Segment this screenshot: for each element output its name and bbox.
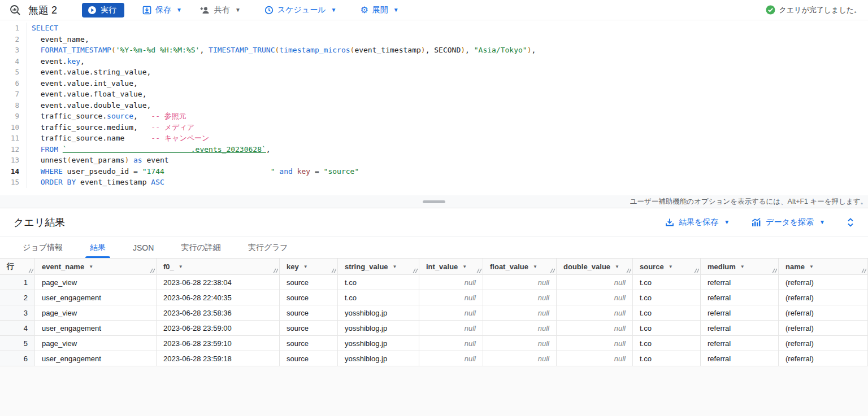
code-line[interactable]: 5 event.value.string_value, xyxy=(0,67,868,78)
code-line[interactable]: 10 traffic_source.medium, -- メディア xyxy=(0,122,868,133)
run-query-button[interactable]: 実行 xyxy=(82,3,124,17)
code-line[interactable]: 11 traffic_source.name -- キャンペーン xyxy=(0,133,868,144)
code-text: traffic_source.medium, -- メディア xyxy=(27,122,194,133)
code-text: traffic_source.source, -- 参照元 xyxy=(27,111,186,122)
column-menu-caret[interactable]: ▼ xyxy=(533,264,537,269)
play-icon xyxy=(88,6,97,15)
table-cell: t.co xyxy=(633,336,701,351)
table-cell: 2023-06-28 23:59:00 xyxy=(157,321,280,336)
table-cell: 2023-06-28 23:58:36 xyxy=(157,305,280,321)
share-button[interactable]: 共有 ▼ xyxy=(194,2,246,18)
table-cell: (referral) xyxy=(779,290,868,305)
query-tab-title: 無題 2 xyxy=(28,3,57,17)
table-cell: yosshiblog.jp xyxy=(338,305,419,321)
code-line[interactable]: 13 unnest(event_params) as event xyxy=(0,155,868,166)
column-menu-caret[interactable]: ▼ xyxy=(393,264,397,269)
save-dropdown-caret[interactable]: ▼ xyxy=(176,7,182,13)
code-line[interactable]: 2 event_name, xyxy=(0,34,868,45)
code-line[interactable]: 1SELECT xyxy=(0,23,868,34)
schedule-button[interactable]: スケジュール ▼ xyxy=(259,2,342,18)
column-menu-caret[interactable]: ▼ xyxy=(809,264,814,269)
code-lines: 1SELECT2 event_name,3 FORMAT_TIMESTAMP('… xyxy=(0,23,868,188)
code-text: event.value.float_value, xyxy=(27,89,147,100)
table-cell: user_engagement xyxy=(35,351,157,366)
column-header-source[interactable]: source▼ xyxy=(633,259,701,275)
line-number: 14 xyxy=(0,166,27,177)
table-cell: null xyxy=(419,275,483,290)
table-row: 3page_view2023-06-28 23:58:36sourceyossh… xyxy=(0,305,868,321)
column-header-string_value[interactable]: string_value▼ xyxy=(338,259,419,275)
table-cell: (referral) xyxy=(779,275,868,290)
code-text: ORDER BY event_timestamp ASC xyxy=(27,177,164,188)
column-menu-caret[interactable]: ▼ xyxy=(462,264,467,269)
table-header-row: 行event_name▼f0_▼key▼string_value▼int_val… xyxy=(0,259,868,275)
line-number: 7 xyxy=(0,89,27,100)
save-results-button[interactable]: 結果を保存 ▼ xyxy=(665,217,730,227)
column-header-float_value[interactable]: float_value▼ xyxy=(483,259,557,275)
row-number-cell: 5 xyxy=(0,336,35,351)
table-cell: null xyxy=(483,321,557,336)
save-results-caret[interactable]: ▼ xyxy=(724,220,730,225)
tab-結果[interactable]: 結果 xyxy=(76,237,119,258)
code-line[interactable]: 9 traffic_source.source, -- 参照元 xyxy=(0,111,868,122)
table-cell: t.co xyxy=(633,275,701,290)
code-text: event_name, xyxy=(27,34,89,45)
code-line[interactable]: 6 event.value.int_value, xyxy=(0,78,868,89)
table-cell: 2023-06-28 22:38:04 xyxy=(157,275,280,290)
table-cell: null xyxy=(419,351,483,366)
expand-dropdown-caret[interactable]: ▼ xyxy=(393,7,399,13)
code-line[interactable]: 15 ORDER BY event_timestamp ASC xyxy=(0,177,868,188)
code-line[interactable]: 4 event.key, xyxy=(0,56,868,67)
line-number: 2 xyxy=(0,34,27,45)
table-cell: (referral) xyxy=(779,351,868,366)
tab-ジョブ情報[interactable]: ジョブ情報 xyxy=(9,237,76,258)
tab-JSON[interactable]: JSON xyxy=(119,237,167,258)
line-number: 13 xyxy=(0,155,27,166)
column-header-double_value[interactable]: double_value▼ xyxy=(557,259,633,275)
splitter-drag-handle[interactable] xyxy=(423,200,445,203)
table-cell: t.co xyxy=(633,290,701,305)
column-header-event_name[interactable]: event_name▼ xyxy=(35,259,157,275)
column-menu-caret[interactable]: ▼ xyxy=(740,264,745,269)
table-cell: null xyxy=(419,336,483,351)
column-menu-caret[interactable]: ▼ xyxy=(179,264,183,269)
save-button[interactable]: 保存 ▼ xyxy=(137,2,188,18)
editor-results-splitter: ユーザー補助機能のオプションを表示するには、Alt+F1 キーを押します。 xyxy=(0,195,868,208)
column-header-row-number[interactable]: 行 xyxy=(0,259,35,275)
column-menu-caret[interactable]: ▼ xyxy=(615,264,619,269)
code-line[interactable]: 12 FROM ` .events_20230628`, xyxy=(0,144,868,155)
share-dropdown-caret[interactable]: ▼ xyxy=(235,7,241,13)
table-row: 4user_engagement2023-06-28 23:59:00sourc… xyxy=(0,321,868,336)
collapse-expand-panel-icon[interactable] xyxy=(847,217,854,227)
code-line[interactable]: 14 WHERE user_pseudo_id = "1744 " and ke… xyxy=(0,166,868,177)
tab-実行グラフ[interactable]: 実行グラフ xyxy=(235,237,302,258)
table-cell: yosshiblog.jp xyxy=(338,321,419,336)
table-cell: page_view xyxy=(35,336,157,351)
tab-実行の詳細[interactable]: 実行の詳細 xyxy=(167,237,234,258)
table-row: 2user_engagement2023-06-28 22:40:35sourc… xyxy=(0,290,868,305)
accessibility-hint: ユーザー補助機能のオプションを表示するには、Alt+F1 キーを押します。 xyxy=(630,197,868,207)
code-line[interactable]: 3 FORMAT_TIMESTAMP('%Y-%m-%d %H:%M:%S', … xyxy=(0,45,868,56)
column-header-name[interactable]: name▼ xyxy=(779,259,868,275)
column-menu-caret[interactable]: ▼ xyxy=(89,264,93,269)
schedule-dropdown-caret[interactable]: ▼ xyxy=(331,7,336,13)
column-header-f0_[interactable]: f0_▼ xyxy=(157,259,280,275)
explore-data-button[interactable]: データを探索 ▼ xyxy=(751,217,825,227)
line-number: 8 xyxy=(0,100,27,111)
table-row: 5page_view2023-06-28 23:59:10sourceyossh… xyxy=(0,336,868,351)
table-cell: (referral) xyxy=(779,305,868,321)
table-cell: referral xyxy=(701,336,779,351)
table-cell: null xyxy=(483,336,557,351)
column-header-key[interactable]: key▼ xyxy=(280,259,338,275)
column-header-int_value[interactable]: int_value▼ xyxy=(419,259,483,275)
column-menu-caret[interactable]: ▼ xyxy=(303,264,308,269)
code-line[interactable]: 7 event.value.float_value, xyxy=(0,89,868,100)
expand-button[interactable]: ⚙ 展開 ▼ xyxy=(354,2,404,18)
save-icon xyxy=(142,6,151,15)
explore-data-caret[interactable]: ▼ xyxy=(819,220,825,225)
sql-editor[interactable]: 1SELECT2 event_name,3 FORMAT_TIMESTAMP('… xyxy=(0,20,868,195)
table-cell: source xyxy=(280,305,338,321)
column-header-medium[interactable]: medium▼ xyxy=(701,259,779,275)
code-line[interactable]: 8 event.value.double_value, xyxy=(0,100,868,111)
column-menu-caret[interactable]: ▼ xyxy=(669,264,673,269)
